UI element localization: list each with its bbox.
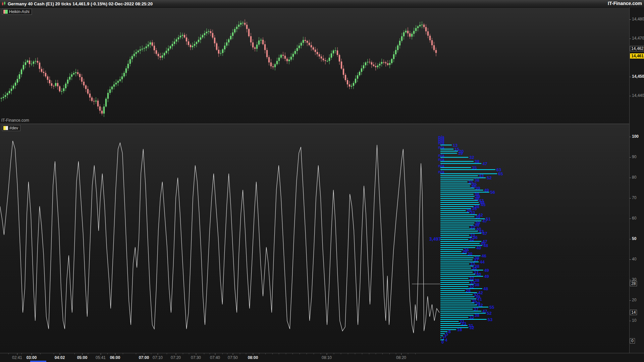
histogram-value-label: 4 xyxy=(445,338,447,343)
time-axis-label: 02:41 xyxy=(12,355,22,360)
time-axis-tick xyxy=(327,353,327,355)
time-axis-tick xyxy=(17,353,17,355)
histogram-bar xyxy=(440,307,488,307)
time-axis-minor-tick xyxy=(240,353,240,354)
histogram-bar xyxy=(440,321,459,322)
histogram-bar xyxy=(440,292,477,293)
histogram-bar xyxy=(440,317,468,318)
time-axis-label: 05:00 xyxy=(77,355,88,360)
histogram-bar xyxy=(440,241,481,242)
time-axis-minor-tick xyxy=(151,353,151,354)
time-axis-label: 07:50 xyxy=(228,355,238,360)
histogram-bar xyxy=(440,309,473,309)
time-axis-minor-tick xyxy=(265,353,266,354)
histogram-value-label: 40 xyxy=(476,245,481,250)
time-axis-tick xyxy=(60,353,60,355)
histogram-value-label: 55 xyxy=(489,305,494,310)
histogram-bar xyxy=(440,204,480,205)
time-axis-minor-tick xyxy=(227,353,227,354)
indicator-axis-label: 20 xyxy=(632,298,636,302)
time-axis-minor-tick xyxy=(396,353,396,354)
time-axis-tick xyxy=(233,353,233,355)
time-axis-minor-tick xyxy=(183,353,183,354)
indicator-axis-tick xyxy=(630,280,631,280)
histogram-bar xyxy=(440,219,485,219)
histogram-value-label: 47 xyxy=(482,231,487,236)
histogram-bar xyxy=(440,157,468,158)
histogram-value-label: 52 xyxy=(487,311,491,316)
histogram-bar xyxy=(440,169,495,170)
legend-dev-indicator[interactable]: #dev xyxy=(2,125,20,131)
time-axis-minor-tick xyxy=(341,353,341,354)
histogram-bar xyxy=(440,167,471,168)
heikin-ashi-candles xyxy=(1,19,437,117)
histogram-value-label: 0 xyxy=(441,340,444,345)
time-axis-minor-tick xyxy=(74,353,75,354)
time-axis-minor-tick xyxy=(88,353,88,354)
time-axis-minor-tick xyxy=(210,353,210,354)
heikin-ashi-icon xyxy=(3,10,8,14)
histogram-bar xyxy=(440,263,469,264)
histogram-bar xyxy=(440,192,489,192)
histogram-value-label: 65 xyxy=(498,171,503,176)
time-axis-label: 07:20 xyxy=(171,355,181,360)
histogram-value-label: 46 xyxy=(482,253,486,258)
histogram-value-label: 18 xyxy=(457,327,462,332)
indicator-axis-label: 10 xyxy=(632,318,636,323)
candle-bodies-up xyxy=(1,23,423,114)
legend-heikin-ashi[interactable]: Heikin-Ashi xyxy=(2,9,32,15)
time-axis-minor-tick xyxy=(107,353,108,354)
histogram-bar xyxy=(440,278,468,279)
time-axis-minor-tick xyxy=(8,353,9,354)
histogram-value-label: 38 xyxy=(475,282,479,287)
indicator-value-box: 14 xyxy=(630,310,637,315)
histogram-bar xyxy=(440,212,469,213)
histogram-value-label: 49 xyxy=(484,274,489,279)
histogram-bar xyxy=(440,257,474,258)
indicator-axis-tick xyxy=(630,219,631,219)
time-axis-label: 08:00 xyxy=(248,355,258,360)
time-axis-label: 03:00 xyxy=(26,355,37,360)
time-axis-minor-tick xyxy=(348,353,348,354)
histogram-bar xyxy=(440,151,458,152)
candle-wicks-up xyxy=(1,20,422,117)
histogram-bar xyxy=(440,215,477,215)
time-axis-label: 05:41 xyxy=(96,355,106,360)
indicator-value-box: 28 xyxy=(630,281,637,286)
price-axis-tick xyxy=(630,77,631,77)
time-axis-minor-tick xyxy=(389,353,390,354)
indicator-axis-label: 40 xyxy=(632,257,636,261)
indicator-axis-tick xyxy=(630,300,631,301)
time-axis-minor-tick xyxy=(167,353,167,354)
histogram-bar xyxy=(440,249,463,250)
histogram-bar xyxy=(440,338,441,338)
time-axis-label: 08:10 xyxy=(322,355,332,360)
time-axis-minor-tick xyxy=(321,353,321,354)
histogram-bar xyxy=(440,202,479,203)
value-axis[interactable]: 14,48014,47014,45014,44014,462.614,461.9… xyxy=(629,7,644,353)
time-axis-label: 07:40 xyxy=(210,355,220,360)
price-axis-tick xyxy=(630,39,631,39)
time-axis-minor-tick xyxy=(292,353,293,354)
indicator-axis-label: 60 xyxy=(632,216,636,221)
histogram-bar xyxy=(440,206,474,207)
histogram-bar xyxy=(440,323,461,324)
histogram-bar xyxy=(440,315,474,315)
histogram-bar xyxy=(440,235,469,236)
histogram-bar xyxy=(440,198,474,199)
indicator-value-box: 0 xyxy=(630,338,635,344)
histogram-bar xyxy=(440,184,471,184)
indicator-axis-label: 100 xyxy=(632,134,639,139)
legend-heikin-ashi-label: Heikin-Ashi xyxy=(9,9,30,14)
histogram-bar xyxy=(440,253,467,254)
time-axis-tick xyxy=(196,353,196,355)
time-axis-label: 08:20 xyxy=(396,355,406,360)
time-axis-minor-tick xyxy=(362,353,362,354)
time-axis[interactable]: 02:4103:0004:0205:0005:4106:0007:0007:10… xyxy=(0,353,644,362)
indicator-axis-label: 70 xyxy=(632,195,636,200)
time-axis-minor-tick xyxy=(415,353,416,354)
histogram-bar xyxy=(440,190,483,190)
chart-plot-area[interactable]: n/an/an/an/a13n/a152019n/a32n/a3847n/a35… xyxy=(0,0,644,362)
time-axis-minor-tick xyxy=(355,353,355,354)
tick-histogram: n/an/an/an/a13n/a152019n/a32n/a3847n/a35… xyxy=(438,134,503,345)
